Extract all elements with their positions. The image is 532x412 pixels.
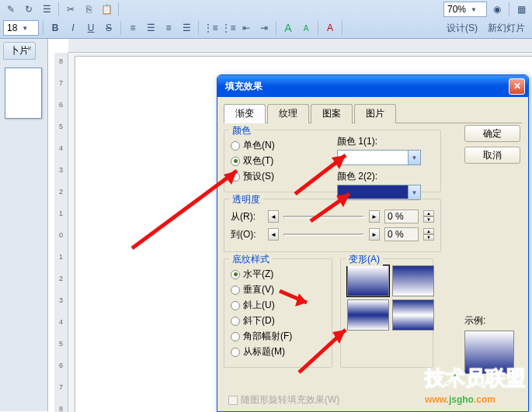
font-grow-button[interactable]: A	[280, 20, 296, 36]
slides-panel: 卜片 ×	[0, 39, 48, 411]
checkbox-icon	[228, 396, 238, 405]
toolbar-btn-1[interactable]: ✎	[3, 2, 19, 17]
chevron-down-icon: ▼	[471, 6, 477, 13]
italic-button[interactable]: I	[65, 20, 81, 36]
toolbar-btn-2[interactable]: ☰	[39, 2, 54, 17]
radio-icon	[231, 317, 240, 326]
chevron-down-icon: ▼	[22, 25, 28, 32]
example-legend: 示例:	[464, 315, 485, 326]
slider-left-icon[interactable]: ◄	[268, 228, 279, 241]
strike-button[interactable]: S	[101, 20, 116, 36]
to-slider[interactable]	[283, 234, 364, 236]
watermark: 技术员联盟 www.jsgho.com	[425, 365, 526, 406]
toolbar-help-icon[interactable]: ◉	[489, 2, 505, 17]
color1-picker[interactable]: ▼	[337, 150, 421, 165]
toolbar-btn-cut[interactable]: ✂	[63, 2, 78, 17]
spin-down-icon[interactable]: ▼	[423, 216, 434, 223]
color2-picker[interactable]: ▼	[337, 185, 421, 200]
to-value[interactable]: 0 %	[384, 227, 419, 241]
color2-label: 颜色 2(2):	[337, 170, 421, 183]
tab-gradient[interactable]: 渐变	[224, 104, 266, 123]
zoom-dropdown[interactable]: 70% ▼	[443, 2, 487, 17]
align-right-button[interactable]: ≡	[161, 20, 176, 36]
align-justify-button[interactable]: ☰	[179, 20, 194, 36]
toolbar-btn-refresh[interactable]: ↻	[21, 2, 37, 17]
radio-horizontal[interactable]: 水平(Z)	[231, 268, 325, 281]
font-size-dropdown[interactable]: 18 ▼	[3, 20, 39, 36]
variant-3[interactable]	[347, 299, 389, 331]
font-shrink-button[interactable]: A	[298, 20, 314, 36]
radio-from-title[interactable]: 从标题(M)	[231, 345, 325, 358]
design-button[interactable]: 设计(S)	[443, 20, 482, 36]
close-icon[interactable]: ×	[27, 44, 37, 54]
tab-pattern[interactable]: 图案	[311, 104, 353, 123]
cancel-button[interactable]: 取消	[464, 147, 520, 164]
indent-dec-button[interactable]: ⇤	[238, 20, 254, 36]
ok-button[interactable]: 确定	[464, 125, 520, 142]
to-label: 到(O):	[231, 228, 263, 241]
align-center-button[interactable]: ☰	[143, 20, 158, 36]
toolbar-btn-copy[interactable]: ⎘	[81, 2, 96, 17]
indent-inc-button[interactable]: ⇥	[256, 20, 272, 36]
radio-icon	[231, 301, 240, 310]
slider-right-icon[interactable]: ►	[369, 210, 380, 223]
bold-button[interactable]: B	[47, 20, 63, 36]
variants-fieldset: 变形(A)	[340, 258, 433, 368]
variant-4[interactable]	[392, 299, 434, 331]
watermark-cn: 技术员联盟	[425, 365, 526, 392]
spin-up-icon[interactable]: ▲	[423, 210, 434, 216]
font-color-button[interactable]: A	[322, 20, 338, 36]
radio-vertical[interactable]: 垂直(V)	[231, 283, 325, 296]
colors-fieldset: 颜色 单色(N) 双色(T) 预设(S) 颜色 1(1): ▼	[224, 130, 441, 192]
color1-label: 颜色 1(1):	[337, 135, 421, 148]
dialog-tabs: 渐变 纹理 图案 图片	[224, 103, 522, 123]
dialog-title: 填充效果	[221, 80, 509, 93]
tab-texture[interactable]: 纹理	[267, 104, 309, 123]
radio-icon	[231, 157, 240, 166]
panel-tab[interactable]: 卜片 ×	[3, 42, 36, 60]
from-value[interactable]: 0 %	[384, 209, 419, 223]
variants-legend: 变形(A)	[346, 253, 383, 266]
colors-legend: 颜色	[229, 124, 254, 137]
new-slide-button[interactable]: 新幻灯片	[484, 20, 529, 36]
toolbar-btn-paste[interactable]: 📋	[99, 2, 114, 17]
list-number-button[interactable]: ⋮≡	[221, 20, 236, 36]
variant-1[interactable]	[347, 265, 389, 296]
from-label: 从(R):	[231, 210, 263, 223]
close-button[interactable]: ✕	[509, 78, 525, 95]
ruler-vertical: 87654321012345678	[54, 53, 68, 412]
variant-2[interactable]	[392, 265, 434, 296]
shading-fieldset: 底纹样式 水平(Z) 垂直(V) 斜上(U) 斜下(D) 角部幅射(F) 从标题…	[224, 258, 332, 368]
list-bullet-button[interactable]: ⋮≡	[203, 20, 218, 36]
slider-right-icon[interactable]: ►	[369, 228, 380, 241]
from-slider[interactable]	[283, 216, 364, 218]
ruler-horizontal: /*ticks rendered below via JS*/	[68, 39, 532, 53]
font-size-value: 18	[7, 23, 17, 33]
chevron-down-icon: ▼	[408, 151, 420, 164]
rotate-checkbox-row[interactable]: 随图形旋转填充效果(W)	[228, 393, 339, 407]
radio-from-corner[interactable]: 角部幅射(F)	[231, 330, 325, 343]
watermark-url: www.jsgho.com	[425, 392, 526, 406]
toolbar-btn-x[interactable]: ▦	[513, 2, 529, 17]
slide-thumbnail[interactable]	[5, 68, 42, 119]
radio-icon	[231, 348, 240, 357]
shading-legend: 底纹样式	[229, 253, 273, 266]
radio-icon	[231, 332, 240, 341]
spin-up-icon[interactable]: ▲	[423, 228, 434, 234]
radio-icon	[231, 141, 240, 151]
underline-button[interactable]: U	[83, 20, 99, 36]
align-left-button[interactable]: ≡	[125, 20, 141, 36]
color1-swatch	[338, 151, 408, 164]
slider-left-icon[interactable]: ◄	[268, 210, 279, 223]
fill-effects-dialog: 填充效果 ✕ 渐变 纹理 图案 图片 确定 取消 颜色 单色(N) 双色(T)	[217, 74, 529, 412]
radio-diag-up[interactable]: 斜上(U)	[231, 299, 325, 312]
tab-picture[interactable]: 图片	[354, 104, 396, 123]
color2-swatch	[338, 185, 408, 199]
spin-down-icon[interactable]: ▼	[423, 234, 434, 241]
transparency-legend: 透明度	[229, 193, 263, 206]
radio-diag-down[interactable]: 斜下(D)	[231, 314, 325, 327]
radio-icon	[231, 286, 240, 295]
dialog-titlebar[interactable]: 填充效果 ✕	[217, 75, 528, 97]
radio-icon	[231, 270, 240, 279]
zoom-value: 70%	[447, 4, 466, 15]
